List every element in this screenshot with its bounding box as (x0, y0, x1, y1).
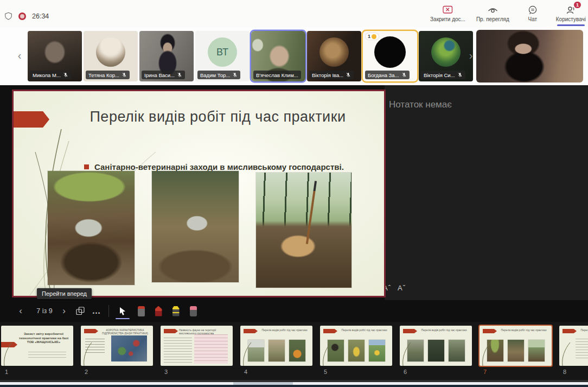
thumb-photo (428, 340, 444, 361)
presenter-toolbar: ‹ 7 із 9 › … (0, 300, 588, 322)
mini-grass-decoration (1, 341, 23, 366)
mic-muted-icon (122, 72, 127, 78)
mic-muted-icon (232, 72, 238, 78)
hand-raised-badge: 1 (366, 33, 379, 40)
thumb-photo (508, 340, 524, 361)
mini-arrow-icon (164, 329, 178, 333)
participants-label: Користувачі (556, 16, 586, 22)
mini-grass-decoration (400, 341, 421, 366)
participant-tile-viktoriia-sy[interactable]: Вікторія Си... (419, 31, 473, 81)
thumb-photo (449, 340, 465, 361)
avatar (319, 37, 349, 67)
filmstrip-scroll-right-button[interactable]: › (465, 48, 476, 63)
stop-sharing-label: Закрити дос... (430, 16, 465, 22)
participants-badge: 1 (574, 2, 581, 8)
filmstrip-scroll-left-button[interactable]: ‹ (14, 48, 25, 63)
thumb-title: Перелік видів робіт під час практики (418, 328, 470, 332)
mic-muted-icon (346, 72, 351, 78)
slide-photo-mossy-stump (48, 171, 135, 285)
private-view-button[interactable]: Пр. перегляд (476, 5, 509, 22)
highlighter-icon (172, 306, 180, 316)
pen-tool-button[interactable] (150, 300, 167, 322)
participant-tile-viktoriia-iva[interactable]: Вікторія Іва... (307, 31, 361, 81)
slide-photo-stump-axe (256, 173, 351, 288)
raised-hand-icon (372, 34, 376, 39)
previous-slide-button[interactable]: ‹ (15, 300, 26, 322)
presentation-slide[interactable]: Перелік видів робіт під час практики Сан… (12, 90, 386, 297)
slide-thumbnail-7-current[interactable]: Перелік видів робіт під час практики (480, 326, 552, 366)
participant-tile-viacheslav-speaking[interactable]: В'ячеслав Клим... (251, 31, 305, 81)
meeting-timer: 26:34 (32, 12, 49, 20)
participant-name-pill: Ірина Васи... (142, 71, 185, 79)
thumb-number-3: 3 (164, 369, 168, 375)
thumb-title: Захист звіту виробничої технологічної пр… (18, 332, 69, 345)
mini-arrow-icon (323, 329, 337, 333)
cursor-tool-button[interactable] (114, 300, 131, 322)
slide-thumbnail-5[interactable]: Перелік видів робіт під час практики (320, 326, 392, 366)
mini-arrow-icon (244, 329, 258, 333)
participant-tile-vadym[interactable]: ВТ Вадим Тор... (195, 31, 250, 81)
slide-thumbnail-8[interactable]: Перелік видів робіт під час практики (559, 326, 588, 366)
slide-thumbnail-1[interactable]: Захист звіту виробничої технологічної пр… (1, 326, 73, 366)
participant-name: Богдана За... (368, 72, 399, 78)
slide-thumbnail-6[interactable]: Перелік видів робіт під час практики (400, 326, 472, 366)
chat-label: Чат (528, 16, 538, 22)
participant-tile-mykola[interactable]: Микола М... (28, 31, 82, 81)
participant-name: В'ячеслав Клим... (256, 72, 298, 78)
font-decrease-button[interactable]: Aˇ (398, 284, 406, 292)
chat-icon (528, 5, 538, 15)
participant-tile-iryna[interactable]: Ірина Васи... (139, 31, 194, 81)
mic-muted-icon (457, 72, 463, 78)
participant-name: Вадим Тор... (200, 72, 230, 78)
window-bottom-edge (0, 385, 588, 387)
mini-grass-decoration (480, 341, 501, 366)
participant-name-pill: Вадим Тор... (197, 71, 240, 79)
participant-tile-bohdana-hand-raised[interactable]: 1 Богдана За... (363, 31, 417, 81)
avatar (431, 37, 461, 67)
thumb-title: Перелік видів робіт під час практики (578, 328, 588, 332)
thumb-number-1: 1 (5, 369, 8, 375)
thumb-number-5: 5 (324, 369, 327, 375)
slide-bullet-row: Санітарно-ветеринарні заходи в мисливськ… (84, 162, 344, 172)
stop-sharing-button[interactable]: Закрити дос... (430, 5, 465, 22)
bullet-marker (84, 164, 89, 169)
thumb-photo (348, 340, 365, 361)
avatar (96, 37, 125, 67)
mini-arrow-icon (84, 329, 98, 333)
slide-position-indicator: 7 із 9 (29, 300, 60, 322)
slide-title-arrow (14, 111, 49, 128)
recording-status: 26:34 (4, 12, 49, 21)
thumb-number-4: 4 (244, 369, 247, 375)
slide-photo-forest-floor (152, 171, 239, 282)
participant-name-pill: Богдана За... (365, 71, 410, 79)
participant-filmstrip: ‹ Микола М... Тетяна Кор... Ірина Васи..… (0, 27, 588, 85)
participant-name-pill: Вікторія Іва... (309, 71, 354, 79)
thumb-title: Перелік видів робіт під час практики (498, 328, 549, 332)
mic-muted-icon (177, 72, 182, 78)
thumb-number-2: 2 (85, 369, 88, 375)
shield-icon (4, 12, 12, 21)
mini-arrow-icon (563, 329, 577, 333)
participant-tile-tetiana[interactable]: Тетяна Кор... (84, 31, 138, 81)
presentation-stage: Нотаток немає Aˆ Aˇ Перелік видів робіт … (0, 85, 588, 300)
slide-thumbnail-2[interactable]: КОРОТКА ХАРАКТЕРИСТИКА ПІДПРИЄМСТВА (БАЗ… (81, 326, 153, 366)
more-options-button[interactable]: … (88, 300, 105, 322)
laser-pointer-tool-button[interactable] (132, 300, 150, 322)
highlighter-tool-button[interactable] (167, 300, 184, 322)
toolbar-divider (108, 305, 109, 317)
notes-font-controls: Aˆ Aˇ (383, 284, 406, 292)
mini-grass-decoration (240, 341, 262, 366)
red-pen-icon (155, 306, 162, 316)
mini-grass-decoration (559, 341, 581, 366)
slide-thumbnail-4[interactable]: Перелік видів робіт під час практики (240, 326, 312, 366)
participant-name: Тетяна Кор... (88, 72, 119, 78)
next-slide-button[interactable]: › (59, 300, 69, 322)
chat-button[interactable]: Чат (520, 5, 545, 22)
slide-thumbnail-3[interactable]: Наявність фауни на території мисливськог… (161, 326, 233, 366)
axe-handle (306, 181, 317, 244)
participants-button[interactable]: 1 Користувачі (556, 5, 586, 22)
spotlight-video[interactable] (476, 30, 583, 83)
eraser-tool-button[interactable] (184, 300, 202, 322)
grid-view-button[interactable] (72, 300, 89, 322)
notes-empty-text: Нотаток немає (389, 99, 452, 110)
